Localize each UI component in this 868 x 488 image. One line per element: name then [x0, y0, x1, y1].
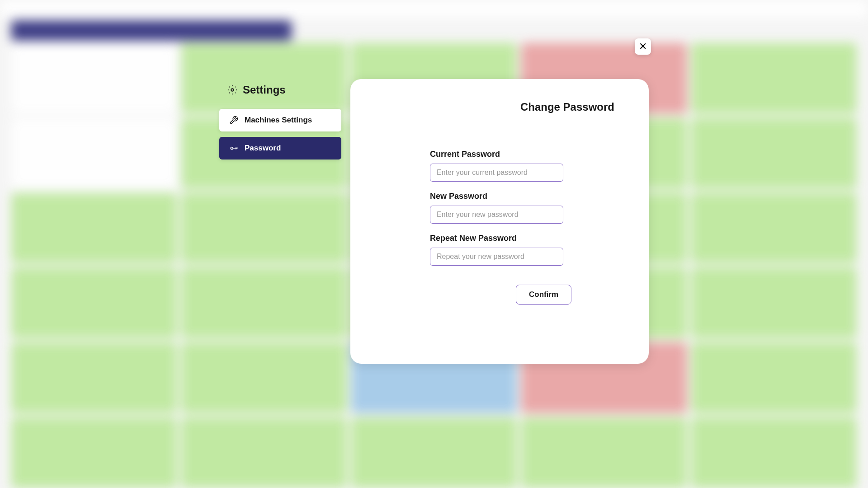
- panel-title: Change Password: [376, 101, 623, 113]
- confirm-button[interactable]: Confirm: [516, 285, 571, 305]
- sidebar-item-label: Machines Settings: [245, 116, 312, 125]
- svg-point-1: [231, 147, 233, 150]
- sidebar-item-label: Password: [245, 144, 281, 153]
- sidebar-title-text: Settings: [243, 84, 286, 96]
- key-icon: [229, 144, 238, 153]
- new-password-group: New Password: [430, 192, 623, 224]
- settings-modal: Settings Machines Settings Password: [219, 79, 649, 364]
- close-icon: ✕: [639, 41, 647, 52]
- new-password-input[interactable]: [430, 206, 563, 224]
- wrench-icon: [229, 116, 238, 125]
- sidebar-item-password[interactable]: Password: [219, 137, 341, 160]
- current-password-input[interactable]: [430, 164, 563, 182]
- gear-icon: [227, 85, 237, 95]
- current-password-group: Current Password: [430, 150, 623, 182]
- change-password-panel: ✕ Change Password Current Password New P…: [350, 79, 649, 364]
- sidebar-item-machines-settings[interactable]: Machines Settings: [219, 109, 341, 131]
- new-password-label: New Password: [430, 192, 623, 201]
- modal-overlay: Settings Machines Settings Password: [0, 0, 868, 488]
- repeat-password-input[interactable]: [430, 248, 563, 266]
- repeat-password-label: Repeat New Password: [430, 234, 623, 243]
- sidebar-title: Settings: [219, 84, 341, 96]
- svg-point-0: [231, 89, 234, 91]
- current-password-label: Current Password: [430, 150, 623, 159]
- close-button[interactable]: ✕: [635, 38, 651, 55]
- password-form: Current Password New Password Repeat New…: [376, 150, 623, 305]
- settings-sidebar: Settings Machines Settings Password: [219, 79, 341, 364]
- repeat-password-group: Repeat New Password: [430, 234, 623, 266]
